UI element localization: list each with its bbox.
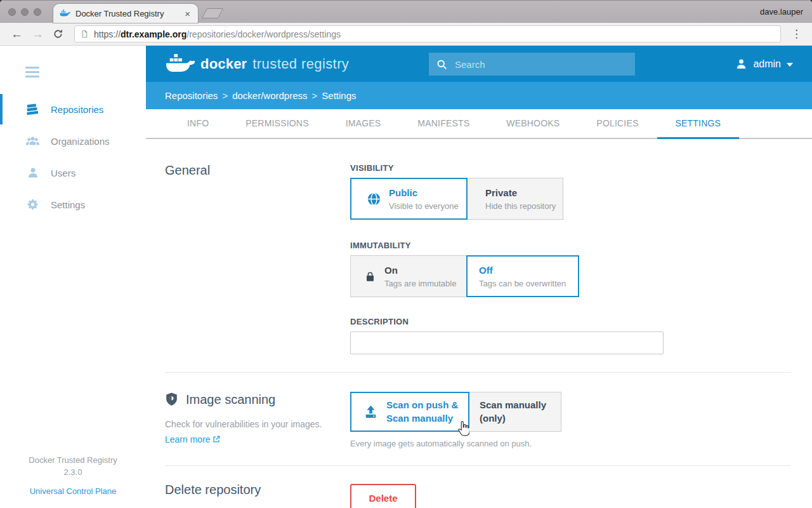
window-minimize-button[interactable] (21, 8, 29, 16)
users-icon (25, 166, 40, 180)
ucp-link[interactable]: Universal Control Plane (30, 486, 117, 498)
globe-icon (367, 192, 381, 206)
immutability-group: IMMUTABILITY On Tags are immutable (350, 241, 790, 297)
browser-tab[interactable]: Docker Trusted Registry × (53, 4, 198, 23)
sidebar-item-label: Repositories (51, 104, 103, 115)
scan-manual-option[interactable]: Scan manually (only) (469, 392, 561, 432)
tab-manifests[interactable]: MANIFESTS (399, 109, 488, 138)
gear-icon (25, 197, 40, 212)
tab-info[interactable]: INFO (169, 109, 227, 138)
new-tab-button[interactable] (202, 8, 224, 18)
window-close-button[interactable] (8, 8, 16, 16)
shield-icon (165, 392, 178, 407)
visibility-public-option[interactable]: Public Visible to everyone (350, 178, 468, 220)
learn-more-link[interactable]: Learn more (165, 434, 221, 444)
private-option-desc: Hide this repository (485, 201, 556, 211)
search-icon (436, 59, 447, 70)
visibility-label: VISIBILITY (350, 163, 790, 173)
account-menu[interactable]: admin (735, 46, 793, 82)
page-icon (81, 29, 89, 39)
scan-manual-line2: (only) (480, 412, 546, 425)
user-icon (735, 58, 747, 70)
scan-mode-toggle: Scan on push & Scan manually Scan manual… (350, 392, 790, 432)
scan-push-line2: Scan manually (386, 412, 458, 425)
app-header: docker trusted registry admin (146, 46, 812, 82)
url-scheme: https:// (94, 29, 121, 39)
off-option-desc: Tags can be overwritten (479, 279, 566, 288)
section-delete-repository: Delete repository Delete (165, 466, 790, 508)
scan-on-push-option[interactable]: Scan on push & Scan manually (350, 392, 469, 432)
desktop: { "browser": { "user": "dave.lauper", "t… (0, 0, 812, 508)
sidebar-item-organizations[interactable]: Organizations (0, 125, 146, 157)
description-group: DESCRIPTION (350, 317, 790, 354)
search-box[interactable] (429, 53, 635, 76)
sidebar-item-users[interactable]: Users (0, 157, 146, 189)
reload-icon (53, 29, 63, 39)
sidebar-nav: Repositories Organizations Users (0, 93, 146, 220)
scan-manual-line1: Scan manually (480, 399, 546, 411)
search-input[interactable] (455, 59, 627, 70)
external-link-icon (212, 435, 221, 444)
breadcrumb-settings: Settings (322, 90, 356, 101)
section-image-scanning: Image scanning Check for vulnerabilities… (165, 373, 790, 466)
sidebar-item-label: Organizations (51, 136, 110, 147)
tab-images[interactable]: IMAGES (327, 109, 400, 138)
sidebar: Repositories Organizations Users (0, 46, 146, 508)
public-option-title: Public (389, 187, 459, 199)
upload-icon (363, 404, 379, 420)
tab-close-icon[interactable]: × (183, 9, 192, 18)
browser-toolbar: ← → https://dtr.example.org/repositories… (0, 23, 812, 46)
product-version: 2.3.0 (0, 467, 146, 479)
url-text: https://dtr.example.org/repositories/doc… (94, 29, 341, 39)
url-domain: dtr.example.org (121, 29, 187, 39)
product-name: Docker Trusted Registry (0, 455, 146, 467)
image-scanning-subtitle: Check for vulnerabilities in your images… (165, 419, 350, 429)
section-general: General VISIBILITY Pu (165, 139, 790, 373)
learn-more-label: Learn more (165, 434, 211, 444)
account-name: admin (753, 58, 781, 70)
immutability-off-option[interactable]: Off Tags can be overwritten (466, 255, 579, 297)
breadcrumb-separator: > (222, 90, 228, 101)
on-option-title: On (384, 264, 456, 277)
visibility-private-option[interactable]: Private Hide this repository (467, 178, 563, 220)
sidebar-footer: Docker Trusted Registry 2.3.0 Universal … (0, 455, 146, 498)
browser-tabstrip: Docker Trusted Registry × dave.lauper (0, 0, 812, 23)
tab-settings[interactable]: SETTINGS (657, 109, 740, 138)
dtr-app: Repositories Organizations Users (0, 46, 812, 508)
settings-content: General VISIBILITY Pu (146, 139, 812, 508)
chevron-down-icon (787, 63, 793, 67)
repositories-icon (25, 102, 40, 117)
sidebar-item-label: Users (51, 168, 75, 178)
address-bar[interactable]: https://dtr.example.org/repositories/doc… (74, 25, 781, 43)
browser-menu-icon[interactable]: ⋮ (787, 27, 806, 41)
tab-policies[interactable]: POLICIES (578, 109, 657, 138)
back-button[interactable]: ← (6, 28, 27, 40)
tab-permissions[interactable]: PERMISSIONS (227, 109, 327, 138)
description-input[interactable] (350, 331, 664, 354)
sidebar-item-settings[interactable]: Settings (0, 189, 146, 220)
reload-button[interactable] (48, 29, 68, 39)
breadcrumb-separator: > (312, 90, 318, 101)
hamburger-menu-icon[interactable] (25, 67, 39, 77)
window-zoom-button[interactable] (34, 8, 41, 16)
logo-word-docker: docker (200, 56, 247, 72)
immutability-on-option[interactable]: On Tags are immutable (350, 255, 467, 297)
on-option-desc: Tags are immutable (384, 279, 456, 288)
breadcrumb-repositories[interactable]: Repositories (165, 90, 218, 101)
main-column: docker trusted registry admin Repositori… (146, 46, 812, 508)
immutability-toggle: On Tags are immutable Off Tags can be ov… (350, 255, 790, 297)
scan-push-line1: Scan on push & (386, 399, 458, 411)
description-label: DESCRIPTION (350, 317, 790, 326)
scan-caption: Every image gets automatically scanned o… (350, 439, 790, 448)
tab-webhooks[interactable]: WEBHOOKS (488, 109, 578, 138)
breadcrumb-repo[interactable]: docker/wordpress (232, 90, 307, 101)
tab-title: Docker Trusted Registry (75, 9, 183, 18)
public-option-desc: Visible to everyone (389, 201, 459, 211)
delete-button[interactable]: Delete (350, 484, 416, 508)
organizations-icon (25, 134, 40, 149)
image-scanning-title: Image scanning (186, 392, 275, 407)
dtr-logo: docker trusted registry (166, 53, 349, 74)
sidebar-item-repositories[interactable]: Repositories (0, 93, 146, 125)
forward-button: → (27, 28, 48, 40)
os-username: dave.lauper (760, 1, 803, 23)
